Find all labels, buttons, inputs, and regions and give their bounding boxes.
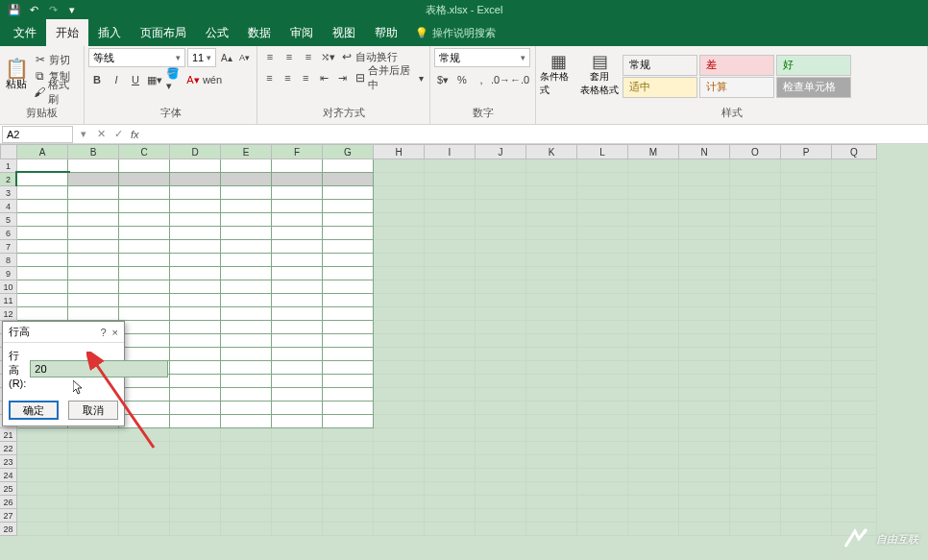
paste-button[interactable]: 📋 粘贴 — [4, 53, 30, 99]
cell[interactable] — [323, 469, 374, 482]
cell[interactable] — [323, 428, 374, 442]
cell[interactable] — [628, 240, 679, 254]
cell[interactable] — [476, 321, 526, 334]
cell[interactable] — [17, 523, 68, 536]
cell[interactable] — [781, 523, 832, 536]
cell[interactable] — [476, 200, 526, 213]
cell[interactable] — [272, 348, 323, 361]
cell[interactable] — [374, 159, 425, 173]
cell[interactable] — [119, 159, 170, 173]
cell[interactable] — [526, 523, 577, 536]
cell[interactable] — [374, 442, 425, 455]
cell[interactable] — [323, 254, 374, 267]
cell[interactable] — [628, 428, 679, 442]
cell[interactable] — [425, 334, 476, 348]
cell[interactable] — [476, 173, 526, 186]
cell[interactable] — [17, 280, 68, 294]
cell[interactable] — [272, 267, 323, 280]
cell[interactable] — [476, 388, 526, 402]
cell[interactable] — [628, 267, 679, 280]
cell[interactable] — [628, 334, 679, 348]
cell[interactable] — [577, 442, 628, 455]
cell[interactable] — [476, 280, 526, 294]
cell[interactable] — [628, 482, 679, 496]
cell[interactable] — [119, 509, 170, 523]
cell[interactable] — [832, 388, 877, 402]
cell[interactable] — [730, 402, 781, 415]
cell[interactable] — [221, 442, 272, 455]
row-header[interactable]: 5 — [0, 213, 17, 227]
cell[interactable] — [68, 267, 119, 280]
cell[interactable] — [272, 428, 323, 442]
style-neutral[interactable]: 适中 — [623, 77, 697, 98]
decrease-decimal-icon[interactable]: ←.0 — [511, 71, 528, 88]
cell[interactable] — [526, 455, 577, 469]
cell[interactable] — [832, 200, 877, 213]
cell[interactable] — [781, 415, 832, 428]
cell[interactable] — [526, 186, 577, 200]
cell[interactable] — [68, 240, 119, 254]
cell[interactable] — [628, 321, 679, 334]
cell[interactable] — [221, 267, 272, 280]
cell[interactable] — [476, 402, 526, 415]
cell[interactable] — [272, 496, 323, 509]
number-format-combo[interactable]: 常规 — [434, 48, 530, 67]
cell[interactable] — [679, 159, 730, 173]
cell[interactable] — [119, 496, 170, 509]
cell[interactable] — [577, 455, 628, 469]
indent-decrease-icon[interactable]: ⇤ — [316, 69, 332, 86]
cell[interactable] — [323, 294, 374, 307]
row-header[interactable]: 24 — [0, 469, 17, 482]
cell[interactable] — [425, 186, 476, 200]
cell[interactable] — [628, 348, 679, 361]
cell[interactable] — [679, 334, 730, 348]
cell[interactable] — [526, 267, 577, 280]
wrap-text-button[interactable]: ↩自动换行 — [338, 49, 400, 64]
cell[interactable] — [119, 428, 170, 442]
cell[interactable] — [374, 254, 425, 267]
cell[interactable] — [323, 482, 374, 496]
row-header[interactable]: 8 — [0, 254, 17, 267]
cell[interactable] — [526, 428, 577, 442]
cell[interactable] — [17, 254, 68, 267]
cell[interactable] — [68, 523, 119, 536]
cell[interactable] — [272, 159, 323, 173]
cell[interactable] — [526, 348, 577, 361]
cell[interactable] — [374, 186, 425, 200]
cell[interactable] — [730, 321, 781, 334]
cell[interactable] — [221, 469, 272, 482]
row-header[interactable]: 11 — [0, 294, 17, 307]
cell[interactable] — [679, 307, 730, 321]
col-header[interactable]: I — [425, 144, 476, 159]
cell[interactable] — [221, 240, 272, 254]
cell[interactable] — [577, 482, 628, 496]
cell[interactable] — [374, 428, 425, 442]
cell[interactable] — [476, 442, 526, 455]
row-header[interactable]: 25 — [0, 482, 17, 496]
cell[interactable] — [679, 240, 730, 254]
col-header[interactable]: L — [577, 144, 628, 159]
cell[interactable] — [170, 361, 221, 375]
menu-tab-1[interactable]: 开始 — [46, 19, 88, 47]
cell[interactable] — [628, 159, 679, 173]
cell[interactable] — [577, 388, 628, 402]
cell[interactable] — [832, 415, 877, 428]
cell[interactable] — [272, 240, 323, 254]
cell[interactable] — [425, 361, 476, 375]
cell[interactable] — [577, 200, 628, 213]
cell[interactable] — [170, 173, 221, 186]
col-header[interactable]: Q — [832, 144, 877, 159]
align-middle-icon[interactable]: ≡ — [281, 48, 298, 65]
underline-button[interactable]: U — [127, 71, 144, 88]
cell[interactable] — [425, 523, 476, 536]
cell[interactable] — [730, 294, 781, 307]
cell[interactable] — [832, 496, 877, 509]
cell[interactable] — [628, 523, 679, 536]
cell[interactable] — [119, 482, 170, 496]
cell[interactable] — [323, 509, 374, 523]
cell[interactable] — [221, 523, 272, 536]
cell[interactable] — [425, 428, 476, 442]
cell[interactable] — [425, 200, 476, 213]
cell[interactable] — [323, 227, 374, 240]
cell[interactable] — [272, 375, 323, 388]
